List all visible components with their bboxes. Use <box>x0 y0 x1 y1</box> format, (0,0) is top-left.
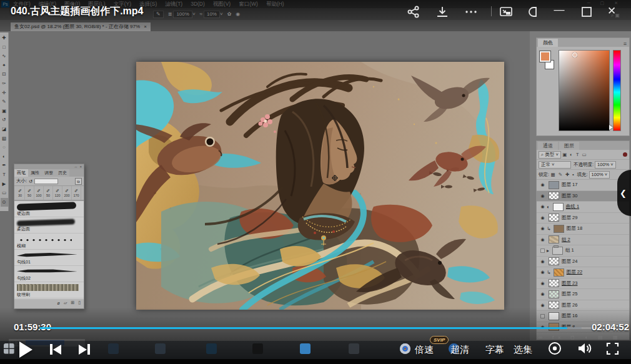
episode-list-handle[interactable]: ❮ <box>617 170 631 216</box>
folder-icon: ▱ <box>64 300 67 305</box>
visibility-eye-icon: ◉ <box>539 237 547 242</box>
progress-bar[interactable] <box>39 327 592 329</box>
layer-row: ◉ ↳ 图层 18 <box>537 224 629 235</box>
zoom-tool: ⊙ <box>1 198 8 207</box>
brush-tip-icon: ✐ <box>18 189 22 194</box>
lock-icon: ø <box>57 301 60 305</box>
fullscreen-icon[interactable] <box>606 342 619 358</box>
layer-thumbnail <box>554 268 564 277</box>
volume-icon[interactable] <box>576 340 593 359</box>
layers-panel-tabs: 通道图层 <box>537 141 629 150</box>
ps-menu-item: 3D(D) <box>191 1 205 8</box>
chevron-left-icon: ❮ <box>620 189 627 198</box>
ps-panel-tab: 属性 <box>28 169 42 177</box>
chrome-icon <box>400 343 410 354</box>
pen-tool: ✒ <box>1 161 8 170</box>
ps-toolbar: ✚□∿✦⊡✑✛✎▣↺◪▧◌◐✒T▶▭⊙ <box>0 32 9 211</box>
healing-brush-tool: ✛ <box>1 89 8 98</box>
brush-preset: ✐170 <box>72 186 81 200</box>
layer-thumbnail <box>554 225 564 233</box>
layer-thumbnail <box>549 312 559 320</box>
visibility-eye-icon: ◉ <box>539 226 547 231</box>
crop-tool: ⊡ <box>1 70 8 79</box>
brush-list-item: 硬边圆 <box>14 201 84 217</box>
layers-panel-tab: 图层 <box>559 142 579 150</box>
brush-tip-icon: ✐ <box>46 189 50 194</box>
layers-filter-row: ⌕ 类型 ˅ ▣ ◐ T ▭ <box>537 150 629 160</box>
visibility-eye-icon: ◉ <box>539 194 547 199</box>
brush-list-item: 模糊 <box>14 234 84 250</box>
color-panel-tab: 颜色 <box>538 39 558 47</box>
clip-arrow-icon: ↳ <box>547 270 551 275</box>
visibility-eye-icon: ◉ <box>539 292 547 297</box>
download-icon[interactable] <box>435 6 449 18</box>
lock-pixels-icon: ✎ <box>559 172 562 177</box>
brush-stroke-preview <box>17 219 75 226</box>
brush-size-input <box>34 179 58 184</box>
play-button[interactable] <box>19 342 32 358</box>
ps-panel-tab: 历史 <box>56 169 69 177</box>
mini-player-icon[interactable] <box>499 6 513 18</box>
visibility-eye-icon: ◉ <box>539 259 547 264</box>
taskbar-app-icon <box>252 343 263 354</box>
ps-brush-panel-footer: ø ▱ ⊞ ▯ <box>14 299 84 307</box>
layer-thumbnail <box>549 290 559 298</box>
brush-preset: ✐100 <box>34 186 44 200</box>
ps-airbrush-icon: ✿ <box>227 11 232 17</box>
bottom-black-strip <box>0 359 631 364</box>
visibility-eye-icon <box>539 314 547 318</box>
layers-blend-row: 正常 ˅ 不透明度: 100% ˅ <box>537 160 629 170</box>
layer-thumbnail <box>549 214 559 222</box>
hue-slider <box>613 50 621 131</box>
brush-list-item: 柔边圆 <box>14 217 84 234</box>
brush-list-item: 勾线01 <box>14 250 84 266</box>
windows-taskbar <box>0 341 631 359</box>
maximize-button[interactable] <box>580 6 594 18</box>
layers-list: ◉ 图层 17 ◉ 图层 30 ◉ <box>537 180 629 333</box>
ps-menu-item: 滤镜(T) <box>165 1 182 8</box>
minimize-button[interactable]: — <box>552 4 566 16</box>
next-episode-button[interactable] <box>79 344 90 355</box>
gradient-tool: ▧ <box>1 134 8 144</box>
ps-menu-item: 窗口(W) <box>239 1 258 8</box>
brush-tip-icon: ✐ <box>37 189 41 194</box>
layer-row: ◉ ↳ 图层 22 <box>537 267 629 278</box>
subtitles-button[interactable]: 字幕 <box>485 344 504 356</box>
screencast-icon[interactable] <box>547 341 562 358</box>
brush-preset: ✐200 <box>62 186 72 200</box>
reset-icon: ↺ <box>29 179 32 184</box>
taskbar-app-icon <box>349 343 359 354</box>
filter-pixel-icon: ▣ <box>562 152 567 157</box>
total-time: 02:04:52 <box>592 322 629 332</box>
episodes-button[interactable]: 选集 <box>514 344 532 356</box>
brush-tip-icon: ✐ <box>65 189 69 194</box>
layer-row: ◉ 图层 26 <box>537 300 629 312</box>
layer-thumbnail <box>553 203 564 211</box>
speed-button[interactable]: 倍速 <box>415 344 434 356</box>
more-icon[interactable] <box>464 6 478 18</box>
previous-episode-button[interactable] <box>50 344 61 355</box>
color-picker-ring <box>572 52 577 57</box>
layer-thumbnail <box>552 247 563 255</box>
eyedropper-tool: ✑ <box>1 79 8 89</box>
ps-stylus-icon: ◉ <box>236 11 240 17</box>
filter-shape-icon: ▭ <box>582 152 586 157</box>
brush-stroke-preview <box>17 252 77 258</box>
brush-stroke-preview <box>17 284 79 291</box>
ps-flow-icon: ≈ <box>200 11 202 17</box>
close-icon: × <box>79 165 82 169</box>
shape-tool: ▭ <box>1 189 8 198</box>
quality-button[interactable]: 超清 <box>450 344 469 356</box>
dock-side-icon[interactable] <box>527 6 540 18</box>
share-icon[interactable] <box>407 6 420 18</box>
lock-position-icon: ✚ <box>565 172 569 177</box>
taskbar-app-icon <box>155 343 166 354</box>
ps-layers-panel: 通道图层 ⌕ 类型 ˅ ▣ ◐ T ▭ 正常 ˅ 不透明度: 100% ˅ 锁定… <box>536 140 630 340</box>
layer-row: ◉ 图层 30 <box>537 191 629 202</box>
blend-mode-select: 正常 ˅ <box>539 161 571 169</box>
close-button[interactable]: ✕ <box>605 5 619 17</box>
progress-played <box>39 327 567 329</box>
ps-flow-value: 10% <box>204 11 220 18</box>
panel-menu-icon: ≡ <box>624 41 629 47</box>
visibility-eye-icon: ◉ <box>539 204 547 209</box>
